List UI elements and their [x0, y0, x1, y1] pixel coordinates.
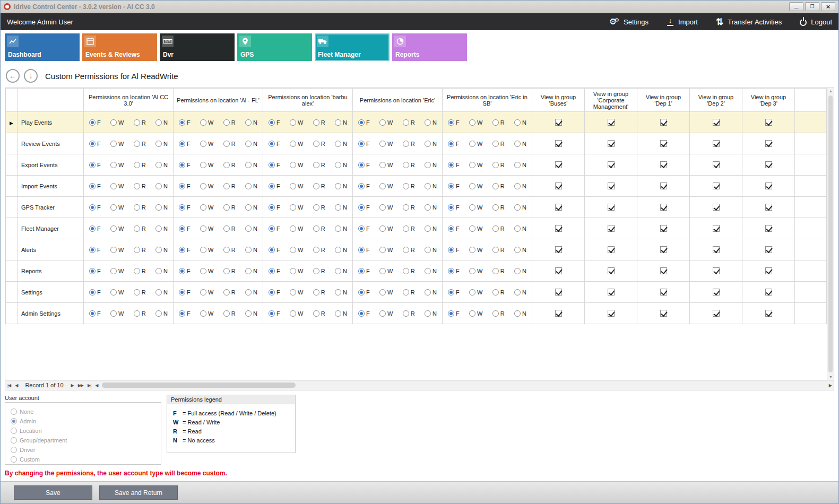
vertical-scrollbar-thumb[interactable]: [828, 95, 833, 372]
permission-radio[interactable]: [335, 225, 341, 232]
permission-radio[interactable]: [403, 310, 409, 317]
permission-radio[interactable]: [313, 141, 319, 147]
permission-radio[interactable]: [403, 204, 409, 211]
action-transfer-activities[interactable]: Transfer Activities: [716, 18, 782, 27]
permission-radio[interactable]: [245, 183, 252, 189]
permission-radio[interactable]: [469, 310, 475, 317]
permission-radio[interactable]: [425, 310, 431, 317]
permission-radio[interactable]: [448, 204, 454, 211]
permission-radio[interactable]: [200, 204, 206, 211]
permission-radio[interactable]: [155, 310, 162, 317]
permission-radio[interactable]: [110, 183, 117, 189]
horizontal-scrollbar[interactable]: [102, 382, 824, 388]
permission-radio[interactable]: [379, 310, 386, 317]
permission-radio[interactable]: [358, 162, 365, 168]
permission-radio[interactable]: [425, 141, 431, 147]
permission-radio[interactable]: [200, 268, 206, 274]
permission-radio[interactable]: [134, 268, 140, 274]
permission-radio[interactable]: [110, 141, 117, 147]
permission-radio[interactable]: [89, 247, 96, 253]
permission-radio[interactable]: [425, 225, 431, 232]
permission-radio[interactable]: [514, 204, 521, 211]
group-checkbox[interactable]: [713, 161, 720, 168]
permission-radio[interactable]: [200, 183, 206, 189]
vertical-scrollbar[interactable]: [827, 88, 834, 380]
permission-radio[interactable]: [89, 268, 96, 274]
permission-radio[interactable]: [245, 310, 252, 317]
permission-radio[interactable]: [245, 268, 252, 274]
permission-radio[interactable]: [155, 162, 162, 168]
permission-radio[interactable]: [358, 141, 365, 147]
permission-radio[interactable]: [379, 162, 386, 168]
permission-radio[interactable]: [290, 225, 296, 232]
permission-radio[interactable]: [469, 204, 475, 211]
permission-radio[interactable]: [492, 141, 499, 147]
permission-radio[interactable]: [358, 268, 365, 274]
permission-radio[interactable]: [448, 268, 454, 274]
permission-radio[interactable]: [179, 268, 185, 274]
tab-dvr[interactable]: DVRDvr: [160, 33, 235, 61]
permission-radio[interactable]: [335, 141, 341, 147]
permission-radio[interactable]: [290, 268, 296, 274]
permission-radio[interactable]: [379, 247, 386, 253]
permission-radio[interactable]: [245, 225, 252, 232]
permission-radio[interactable]: [200, 162, 206, 168]
permission-radio[interactable]: [223, 289, 230, 296]
permission-radio[interactable]: [155, 204, 162, 211]
group-checkbox[interactable]: [713, 289, 720, 296]
permission-radio[interactable]: [223, 268, 230, 274]
permission-radio[interactable]: [155, 268, 162, 274]
group-checkbox[interactable]: [765, 183, 772, 189]
permission-radio[interactable]: [269, 289, 275, 296]
row-label[interactable]: Reports: [18, 260, 84, 282]
permission-radio[interactable]: [179, 247, 185, 253]
permission-radio[interactable]: [492, 183, 499, 189]
group-checkbox[interactable]: [555, 183, 562, 189]
permission-radio[interactable]: [448, 310, 454, 317]
permission-radio[interactable]: [200, 247, 206, 253]
permission-radio[interactable]: [313, 204, 319, 211]
group-checkbox[interactable]: [660, 310, 667, 317]
permission-radio[interactable]: [155, 183, 162, 189]
permission-radio[interactable]: [492, 119, 499, 126]
permission-radio[interactable]: [134, 141, 140, 147]
group-checkbox[interactable]: [608, 225, 615, 232]
permission-radio[interactable]: [134, 204, 140, 211]
permission-radio[interactable]: [179, 204, 185, 211]
permission-radio[interactable]: [358, 225, 365, 232]
row-label[interactable]: Play Events: [18, 112, 84, 133]
user-account-radio[interactable]: [11, 456, 17, 463]
permission-radio[interactable]: [335, 162, 341, 168]
permission-radio[interactable]: [425, 289, 431, 296]
user-account-radio[interactable]: [11, 447, 17, 453]
group-checkbox[interactable]: [660, 267, 667, 274]
permission-radio[interactable]: [358, 247, 365, 253]
user-account-option-location[interactable]: Location: [11, 426, 155, 436]
group-checkbox[interactable]: [713, 119, 720, 126]
permission-radio[interactable]: [403, 162, 409, 168]
save-and-return-button[interactable]: Save and Return: [99, 485, 178, 500]
group-checkbox[interactable]: [608, 204, 615, 211]
permission-radio[interactable]: [134, 289, 140, 296]
down-circle-icon[interactable]: [24, 69, 38, 83]
tab-dashboard[interactable]: Dashboard: [5, 33, 80, 61]
permission-radio[interactable]: [379, 141, 386, 147]
tab-events-reviews[interactable]: Events & Reviews: [82, 33, 157, 61]
permission-radio[interactable]: [269, 183, 275, 189]
permission-radio[interactable]: [223, 310, 230, 317]
permission-radio[interactable]: [403, 119, 409, 126]
group-checkbox[interactable]: [608, 183, 615, 189]
user-account-option-driver[interactable]: Driver: [11, 445, 155, 455]
permission-radio[interactable]: [269, 204, 275, 211]
permission-radio[interactable]: [89, 183, 96, 189]
permission-radio[interactable]: [110, 162, 117, 168]
permission-radio[interactable]: [403, 225, 409, 232]
row-label[interactable]: Alerts: [18, 239, 84, 260]
group-checkbox[interactable]: [765, 246, 772, 253]
permission-radio[interactable]: [335, 119, 341, 126]
next-record-icon[interactable]: [71, 383, 74, 388]
permission-radio[interactable]: [223, 183, 230, 189]
row-label[interactable]: Export Events: [18, 154, 84, 176]
back-circle-icon[interactable]: [6, 69, 20, 83]
permission-radio[interactable]: [290, 204, 296, 211]
